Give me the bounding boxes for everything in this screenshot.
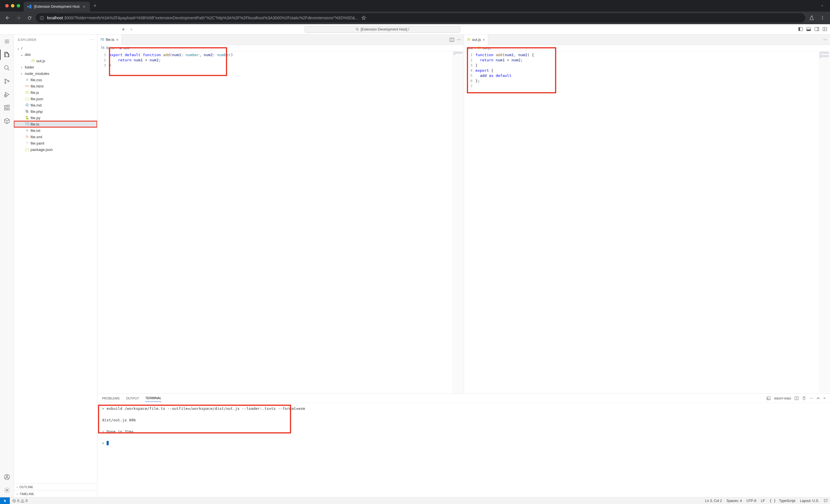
toggle-primary-sidebar-icon[interactable] bbox=[798, 27, 803, 32]
status-feedback-icon[interactable] bbox=[821, 499, 830, 503]
more-menu-icon[interactable] bbox=[818, 13, 827, 23]
bookmark-icon[interactable] bbox=[361, 15, 366, 20]
minimap[interactable] bbox=[452, 51, 464, 394]
explorer-sidebar: EXPLORER ⋯ ⌄/⌄distJSout.js›folder›node_m… bbox=[14, 35, 97, 497]
editor-area: TS file.ts × ⋯ TS file.ts › bbox=[97, 35, 830, 497]
command-center[interactable]: [Extension Development Host] / bbox=[305, 26, 460, 33]
timeline-section[interactable]: ›TIMELINE bbox=[14, 490, 97, 497]
run-debug-icon[interactable] bbox=[3, 91, 11, 99]
code-left[interactable]: export default function add(num1: number… bbox=[109, 51, 452, 394]
editor-group-left: TS file.ts × ⋯ TS file.ts › bbox=[97, 35, 464, 394]
gutter: 1234567 bbox=[464, 51, 476, 394]
reload-button[interactable] bbox=[25, 13, 34, 23]
tree-row[interactable]: ⌄dist bbox=[14, 51, 97, 58]
accounts-icon[interactable] bbox=[3, 473, 11, 481]
more-icon[interactable]: ⋯ bbox=[809, 396, 813, 400]
address-bar[interactable]: localhost:3000/?folder=memfs%3A%2F&paylo… bbox=[36, 13, 805, 23]
cube-icon[interactable] bbox=[3, 117, 11, 125]
nav-forward-icon[interactable] bbox=[128, 26, 134, 33]
more-actions-icon[interactable]: ⋯ bbox=[457, 37, 461, 42]
settings-gear-icon[interactable] bbox=[3, 486, 11, 494]
svg-rect-21 bbox=[7, 108, 9, 110]
toggle-secondary-sidebar-icon[interactable] bbox=[815, 27, 820, 32]
tree-row[interactable]: 🐘file.php bbox=[14, 108, 97, 114]
remote-indicator[interactable] bbox=[0, 497, 10, 504]
labs-icon[interactable] bbox=[807, 13, 816, 23]
tree-row[interactable]: <>file.html bbox=[14, 83, 97, 89]
outline-section[interactable]: ›OUTLINE bbox=[14, 483, 97, 490]
close-tab-icon[interactable]: × bbox=[82, 4, 87, 9]
back-button[interactable] bbox=[3, 13, 12, 23]
tab-terminal[interactable]: TERMINAL bbox=[145, 395, 161, 402]
status-eol[interactable]: LF bbox=[759, 499, 767, 503]
search-icon[interactable] bbox=[3, 64, 11, 72]
status-layout[interactable]: Layout: U.S. bbox=[798, 499, 821, 503]
status-problems[interactable]: 0 0 bbox=[10, 499, 30, 503]
split-editor-icon[interactable] bbox=[450, 37, 454, 42]
tree-row[interactable]: TSfile.ts bbox=[14, 121, 97, 127]
editor-content-left[interactable]: 123 export default function add(num1: nu… bbox=[97, 51, 464, 394]
tab-out-js[interactable]: JS out.js × bbox=[464, 35, 488, 45]
code-right[interactable]: function add(num1, num2) { return num1 +… bbox=[476, 51, 819, 394]
source-control-icon[interactable] bbox=[3, 77, 11, 85]
nav-back-icon[interactable] bbox=[121, 26, 127, 33]
tree-row[interactable]: ℕfile.xml bbox=[14, 134, 97, 140]
breadcrumb-right[interactable]: dist › JS out.js bbox=[464, 45, 830, 51]
new-tab-button[interactable]: + bbox=[90, 3, 100, 9]
tree-row[interactable]: Ⓜfile.md bbox=[14, 102, 97, 108]
fullscreen-window-icon[interactable] bbox=[17, 4, 20, 7]
status-spaces[interactable]: Spaces: 4 bbox=[724, 499, 744, 503]
terminal-line: ⚡ Done in 31ms bbox=[102, 429, 825, 435]
status-encoding[interactable]: UTF-8 bbox=[744, 499, 759, 503]
close-panel-icon[interactable]: × bbox=[823, 396, 825, 400]
tree-row[interactable]: !file.yaml bbox=[14, 140, 97, 146]
tree-row[interactable]: ›folder bbox=[14, 64, 97, 70]
tab-problems[interactable]: PROBLEMS bbox=[102, 395, 120, 402]
maximize-panel-icon[interactable] bbox=[817, 397, 820, 400]
browser-toolbar: localhost:3000/?folder=memfs%3A%2F&paylo… bbox=[0, 11, 830, 24]
close-tab-icon[interactable]: × bbox=[116, 37, 119, 42]
tree-row[interactable]: JSfile.js bbox=[14, 89, 97, 96]
search-icon bbox=[356, 28, 359, 31]
file-tree[interactable]: ⌄/⌄distJSout.js›folder›node_modules#file… bbox=[14, 45, 97, 483]
terminal-line bbox=[102, 411, 825, 417]
tree-row[interactable]: JSout.js bbox=[14, 58, 97, 64]
editor-content-right[interactable]: 1234567 function add(num1, num2) { retur… bbox=[464, 51, 830, 394]
status-cursor[interactable]: Ln 3, Col 2 bbox=[703, 499, 724, 503]
editor-tabs-right: JS out.js × ⋯ bbox=[464, 35, 830, 45]
tree-row[interactable]: { }file.json bbox=[14, 96, 97, 102]
terminal[interactable]: > esbuild /workspace/file.ts --outfile=/… bbox=[97, 403, 830, 497]
explorer-more-icon[interactable]: ⋯ bbox=[90, 38, 93, 42]
kill-terminal-icon[interactable] bbox=[802, 396, 806, 400]
tab-output[interactable]: OUTPUT bbox=[126, 395, 139, 402]
svg-rect-10 bbox=[807, 29, 811, 31]
breadcrumb-left[interactable]: TS file.ts › ◉ add bbox=[97, 45, 464, 51]
command-center-label: [Extension Development Host] / bbox=[361, 27, 409, 31]
customize-layout-icon[interactable] bbox=[823, 27, 828, 32]
more-actions-icon[interactable]: ⋯ bbox=[823, 37, 827, 42]
close-window-icon[interactable] bbox=[5, 4, 9, 7]
explorer-icon[interactable] bbox=[3, 51, 11, 59]
tabs-dropdown-icon[interactable] bbox=[817, 4, 827, 8]
menu-icon[interactable] bbox=[3, 37, 11, 45]
split-terminal-icon[interactable] bbox=[795, 396, 799, 400]
tree-row[interactable]: { }package.json bbox=[14, 146, 97, 153]
status-language[interactable]: { } TypeScript bbox=[767, 499, 798, 503]
minimap[interactable] bbox=[819, 51, 830, 394]
minimize-window-icon[interactable] bbox=[11, 4, 14, 7]
tab-file-ts[interactable]: TS file.ts × bbox=[97, 35, 122, 45]
browser-tab[interactable]: [Extension Development Host × bbox=[24, 2, 90, 11]
forward-button[interactable] bbox=[14, 13, 23, 23]
site-info-icon[interactable] bbox=[40, 16, 44, 20]
terminal-launch-icon[interactable] bbox=[767, 396, 771, 400]
tree-row[interactable]: ≡file.txt bbox=[14, 127, 97, 134]
extensions-icon[interactable] bbox=[3, 104, 11, 112]
tree-row[interactable]: #file.css bbox=[14, 77, 97, 83]
tree-row[interactable]: 🐍file.py bbox=[14, 114, 97, 121]
tree-row[interactable]: ›node_modules bbox=[14, 70, 97, 77]
url-text: localhost:3000/?folder=memfs%3A%2F&paylo… bbox=[47, 15, 358, 20]
terminal-kind-label[interactable]: wasm-wasi bbox=[774, 396, 791, 400]
toggle-panel-icon[interactable] bbox=[806, 27, 811, 32]
close-tab-icon[interactable]: × bbox=[483, 37, 485, 42]
tree-row[interactable]: ⌄/ bbox=[14, 45, 97, 51]
